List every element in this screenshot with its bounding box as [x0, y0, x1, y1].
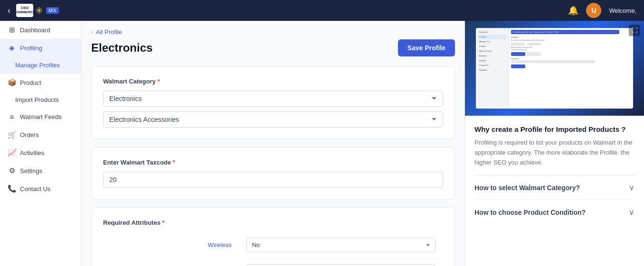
page-header: Electronics Save Profile: [91, 39, 455, 56]
preview-mockup: Dashboard Profiling Manage Pro... Produc…: [476, 28, 634, 109]
required-star-2: *: [173, 159, 175, 166]
settings-icon: ⚙: [8, 166, 16, 175]
accordion-header-1[interactable]: How to select Walmart Category? ∨: [474, 183, 635, 192]
walmart-spark-icon: ✳: [35, 5, 43, 16]
top-navigation: ‹ CEDCOMMERCE ✳ MX 🔔 U Welcome,: [0, 0, 644, 21]
right-panel: Dashboard Profiling Manage Pro... Produc…: [464, 21, 644, 266]
preview-mockup-container: Dashboard Profiling Manage Pro... Produc…: [465, 21, 644, 116]
breadcrumb: ‹ All Profile: [91, 28, 455, 36]
why-title: Why create a Profile for Imported Produc…: [474, 125, 635, 133]
walmart-category-label: Walmart Category *: [103, 78, 443, 85]
main-layout: ⊞ Dashboard ◈ Profiling Manage Profiles …: [0, 21, 644, 266]
attributes-table: Wireless No Yes Color: [103, 232, 443, 266]
sidebar-item-walmart-feeds[interactable]: ≡ Walmart Feeds: [0, 108, 81, 126]
attributes-label: Required Attributes *: [103, 219, 443, 226]
required-star-3: *: [162, 219, 164, 226]
sidebar-item-import-products[interactable]: Import Products: [0, 92, 81, 108]
orders-icon: 🛒: [8, 130, 16, 139]
required-star: *: [157, 78, 160, 85]
preview-sidebar: Dashboard Profiling Manage Pro... Produc…: [476, 28, 509, 109]
preview-sidebar-item-active: Profiling: [478, 35, 507, 39]
profiling-icon: ◈: [8, 44, 16, 52]
save-profile-button[interactable]: Save Profile: [398, 39, 455, 56]
sidebar-item-dashboard[interactable]: ⊞ Dashboard: [0, 21, 81, 39]
welcome-text: Welcome,: [609, 7, 636, 14]
preview-sidebar-item: Manage Pro...: [478, 39, 507, 44]
nav-left: ‹ CEDCOMMERCE ✳ MX: [8, 4, 59, 17]
accordion-header-2[interactable]: How to choose Product Condition? ∨: [474, 208, 635, 217]
required-attributes-card: Required Attributes * Wireless No Yes: [91, 207, 455, 266]
color-value: [239, 258, 443, 266]
bell-icon[interactable]: 🔔: [568, 5, 578, 16]
ced-commerce-logo: CEDCOMMERCE: [16, 4, 33, 17]
expand-preview-button[interactable]: ⛶: [629, 25, 640, 36]
walmart-feeds-icon: ≡: [8, 113, 16, 121]
logo-brand: CEDCOMMERCE ✳ MX: [16, 4, 59, 17]
breadcrumb-arrow: ‹: [91, 29, 93, 36]
sidebar-item-product[interactable]: 📦 Product: [0, 73, 81, 92]
sidebar-item-manage-profiles[interactable]: Manage Profiles: [0, 57, 81, 73]
page-title: Electronics: [91, 41, 152, 55]
accordion-title-1: How to select Walmart Category?: [474, 184, 580, 192]
sidebar: ⊞ Dashboard ◈ Profiling Manage Profiles …: [0, 21, 82, 266]
sidebar-item-settings[interactable]: ⚙ Settings: [0, 162, 81, 180]
accordion-item-2: How to choose Product Condition? ∨: [474, 200, 635, 224]
breadcrumb-link[interactable]: All Profile: [96, 28, 122, 36]
preview-sidebar-item: Dashboard: [478, 30, 507, 34]
preview-sidebar-item: Settings: [478, 58, 507, 63]
back-button[interactable]: ‹: [8, 6, 10, 16]
nav-right: 🔔 U Welcome,: [568, 3, 636, 18]
dashboard-icon: ⊞: [8, 26, 16, 34]
preview-sidebar-item: Schedule...: [478, 68, 507, 72]
product-icon: 📦: [8, 78, 16, 87]
accordion-title-2: How to choose Product Condition?: [474, 209, 586, 216]
preview-area: Dashboard Profiling Manage Pro... Produc…: [465, 21, 644, 116]
wireless-select[interactable]: No Yes: [246, 238, 436, 252]
platform-badge: MX: [46, 7, 59, 14]
why-section: Why create a Profile for Imported Produc…: [474, 125, 635, 167]
preview-content: d Condition As Per Your Requirement To C…: [509, 28, 634, 109]
chevron-down-icon-2: ∨: [629, 208, 635, 217]
color-label: Color: [103, 258, 239, 266]
sidebar-item-profiling[interactable]: ◈ Profiling: [0, 39, 81, 57]
activities-icon: 📈: [8, 148, 16, 157]
sidebar-item-contact-us[interactable]: 📞 Contact Us: [0, 180, 81, 198]
color-input[interactable]: [246, 264, 436, 266]
preview-sidebar-item: Analytics: [478, 54, 507, 58]
walmart-category-card: Walmart Category * Electronics Electroni…: [91, 66, 455, 139]
avatar[interactable]: U: [586, 3, 601, 18]
category-select-1[interactable]: Electronics: [103, 91, 443, 107]
category-select-2[interactable]: Electronics Accessories: [103, 111, 443, 128]
sidebar-item-orders[interactable]: 🛒 Orders: [0, 126, 81, 144]
wireless-label: Wireless: [103, 232, 239, 258]
contact-icon: 📞: [8, 184, 16, 193]
table-row: Wireless No Yes: [103, 232, 443, 258]
taxcode-label: Enter Walmart Taxcode *: [103, 159, 443, 166]
preview-sidebar-item: Contact Us: [478, 63, 507, 67]
right-panel-body: Why create a Profile for Imported Produc…: [465, 116, 644, 234]
main-content: ‹ All Profile Electronics Save Profile W…: [82, 21, 464, 266]
taxcode-input[interactable]: [103, 172, 443, 188]
taxcode-card: Enter Walmart Taxcode *: [91, 147, 455, 200]
wireless-value: No Yes: [239, 232, 443, 258]
preview-banner: d Condition As Per Your Requirement To C…: [511, 30, 619, 34]
sidebar-item-activities[interactable]: 📈 Activities: [0, 144, 81, 162]
chevron-down-icon-1: ∨: [629, 183, 635, 192]
accordion-item-1: How to select Walmart Category? ∨: [474, 175, 635, 200]
preview-sidebar-item: Walmart Feeds: [478, 49, 507, 53]
why-text: Profiling is required to list your produ…: [474, 138, 635, 167]
preview-sidebar-item: Product: [478, 44, 507, 48]
table-row: Color: [103, 258, 443, 266]
